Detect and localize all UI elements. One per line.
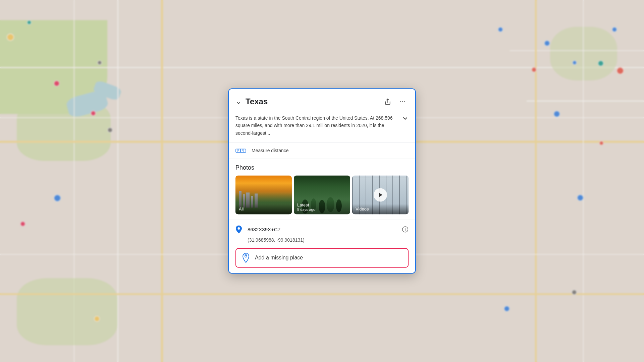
svg-marker-10 xyxy=(379,193,382,197)
add-pin-icon xyxy=(241,254,250,262)
photo-latest-sublabel: 5 days ago xyxy=(297,208,347,212)
location-pin-icon xyxy=(235,226,242,234)
coordinates-text: (31.9685988, -99.9018131) xyxy=(248,238,409,243)
svg-point-1 xyxy=(400,101,401,102)
photo-all-label: All xyxy=(235,204,292,215)
more-options-button[interactable] xyxy=(396,96,409,108)
panel-header: ⌄ Texas xyxy=(229,89,415,113)
info-panel: ⌄ Texas Texas is a state in the South Ce… xyxy=(228,88,416,274)
panel-title: Texas xyxy=(246,97,378,106)
photo-latest[interactable]: Latest 5 days ago xyxy=(294,176,350,215)
measure-distance-item[interactable]: Measure distance xyxy=(229,143,415,159)
photos-grid: All Latest 5 days ago xyxy=(235,176,409,215)
plus-code-text: 8632X39X+C7 xyxy=(248,227,396,232)
location-section: 8632X39X+C7 (31.9685988, -99.9018131) xyxy=(229,220,415,273)
add-missing-place-label: Add a missing place xyxy=(255,255,303,261)
collapse-icon[interactable]: ⌄ xyxy=(235,98,241,105)
description-text: Texas is a state in the South Central re… xyxy=(235,114,399,137)
add-missing-place-button[interactable]: Add a missing place xyxy=(235,248,409,268)
share-button[interactable] xyxy=(382,96,394,108)
photos-title: Photos xyxy=(235,165,409,172)
svg-point-3 xyxy=(404,101,405,102)
header-actions xyxy=(382,96,409,108)
photo-videos[interactable]: Videos xyxy=(352,176,409,215)
ruler-icon xyxy=(235,147,246,154)
photo-videos-label: Videos xyxy=(352,204,409,215)
description-section: Texas is a state in the South Central re… xyxy=(229,113,415,142)
location-code-row: 8632X39X+C7 xyxy=(235,226,409,234)
play-button[interactable] xyxy=(374,188,387,202)
svg-point-11 xyxy=(238,227,240,230)
photos-section: Photos All Latest 5 days ago xyxy=(229,159,415,220)
svg-point-15 xyxy=(245,255,247,257)
svg-point-2 xyxy=(402,101,403,102)
photo-latest-label: Latest 5 days ago xyxy=(294,200,350,215)
measure-distance-label: Measure distance xyxy=(252,148,289,154)
info-button[interactable] xyxy=(402,226,409,233)
expand-description-button[interactable] xyxy=(402,114,409,123)
photo-all[interactable]: All xyxy=(235,176,292,215)
